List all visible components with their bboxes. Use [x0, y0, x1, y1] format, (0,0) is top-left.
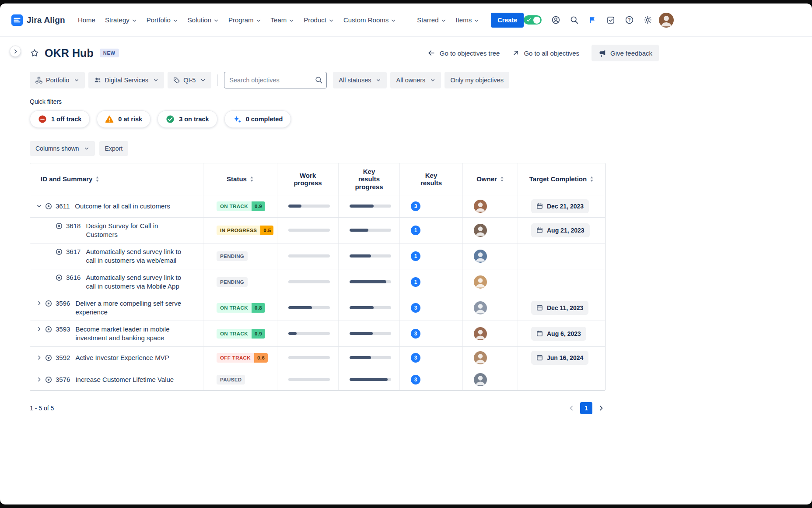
- nav-item-starred[interactable]: Starred: [412, 13, 451, 27]
- table-row[interactable]: 3617 Automatically send survey link to c…: [30, 243, 605, 269]
- target-completion-date[interactable]: Dec 11, 2023: [531, 301, 588, 315]
- row-expand-chevron[interactable]: [35, 375, 42, 384]
- status-cell: PENDING: [203, 269, 277, 295]
- objective-summary-link[interactable]: Automatically send survey link to call i…: [86, 273, 200, 291]
- objective-summary-link[interactable]: Outcome for all call in customers: [75, 202, 180, 211]
- target-completion-date[interactable]: Aug 6, 2023: [531, 327, 586, 341]
- objective-summary-link[interactable]: Deliver a more compelling self serve exp…: [75, 299, 200, 317]
- table-row[interactable]: 3596 Deliver a more compelling self serv…: [30, 295, 605, 321]
- sidebar-expand-button[interactable]: [10, 46, 21, 57]
- quick-filter-on-track[interactable]: 3 on track: [158, 110, 217, 128]
- column-header-id-summary[interactable]: ID and Summary: [30, 163, 203, 195]
- key-results-count-badge[interactable]: 3: [411, 303, 420, 313]
- owner-avatar[interactable]: [474, 373, 487, 386]
- key-results-cell: 1: [400, 243, 463, 269]
- quick-filter-at-risk[interactable]: 0 at risk: [97, 110, 150, 128]
- row-expand-chevron[interactable]: [35, 353, 42, 362]
- table-row[interactable]: 3592 Active Investor Experience MVP OFF …: [30, 347, 605, 369]
- favorite-star-icon[interactable]: [30, 48, 39, 58]
- portfolio-filter-dropdown[interactable]: Portfolio: [30, 72, 85, 88]
- owner-avatar[interactable]: [474, 275, 487, 289]
- nav-item-home[interactable]: Home: [73, 13, 100, 27]
- key-results-count-badge[interactable]: 1: [411, 277, 420, 287]
- status-toggle[interactable]: [524, 15, 542, 25]
- owner-avatar[interactable]: [474, 327, 487, 340]
- objective-summary-link[interactable]: Increase Customer Lifetime Value: [75, 375, 183, 384]
- column-header-owner[interactable]: Owner: [463, 163, 518, 195]
- table-row[interactable]: 3618 Design Survey for Call in Customers…: [30, 218, 605, 243]
- columns-shown-dropdown[interactable]: Columns shown: [30, 141, 95, 156]
- objective-target-icon: [45, 202, 52, 211]
- quick-filter-off-track[interactable]: 1 off track: [30, 110, 90, 128]
- nav-item-program[interactable]: Program: [224, 13, 266, 27]
- nav-item-custom-rooms[interactable]: Custom Rooms: [339, 13, 401, 27]
- owner-avatar[interactable]: [474, 224, 487, 237]
- table-row[interactable]: 3611 Outcome for all call in customers O…: [30, 195, 605, 218]
- quick-filters-label: Quick filters: [30, 98, 659, 105]
- create-button[interactable]: Create: [491, 13, 524, 28]
- key-results-count-badge[interactable]: 1: [411, 226, 420, 235]
- chevron-down-icon: [430, 78, 435, 83]
- quick-filter-completed[interactable]: 0 completed: [224, 110, 291, 128]
- nav-item-solution[interactable]: Solution: [183, 13, 224, 27]
- nav-item-portfolio[interactable]: Portfolio: [142, 13, 183, 27]
- key-results-count-badge[interactable]: 3: [411, 375, 420, 385]
- target-completion-date[interactable]: Dec 21, 2023: [531, 199, 589, 213]
- row-expand-chevron[interactable]: [35, 299, 42, 308]
- search-objectives-input[interactable]: [224, 72, 327, 88]
- owner-avatar[interactable]: [474, 250, 487, 263]
- key-results-count-badge[interactable]: 3: [411, 329, 420, 339]
- owner-avatar[interactable]: [474, 301, 487, 314]
- row-expand-chevron[interactable]: [35, 202, 42, 211]
- previous-page-button[interactable]: [567, 404, 576, 413]
- tasks-button[interactable]: [604, 13, 618, 27]
- only-my-objectives-button[interactable]: Only my objectives: [444, 72, 509, 88]
- target-completion-date[interactable]: Aug 21, 2023: [531, 223, 590, 237]
- page-1-button[interactable]: 1: [580, 402, 592, 414]
- give-feedback-button[interactable]: Give feedback: [592, 45, 659, 61]
- table-row[interactable]: 3616 Automatically send survey link to c…: [30, 269, 605, 295]
- account-button[interactable]: [549, 13, 563, 27]
- next-page-button[interactable]: [597, 404, 606, 413]
- settings-button[interactable]: [640, 13, 654, 27]
- column-header-target-completion[interactable]: Target Completion: [518, 163, 605, 195]
- user-avatar[interactable]: [659, 13, 674, 28]
- table-row[interactable]: 3576 Increase Customer Lifetime Value PA…: [30, 369, 605, 390]
- program-filter-dropdown[interactable]: Digital Services: [88, 72, 164, 88]
- kr-progress-bar: [350, 356, 391, 359]
- nav-item-team[interactable]: Team: [266, 13, 299, 27]
- key-results-count-badge[interactable]: 1: [411, 251, 420, 261]
- status-filter-dropdown[interactable]: All statuses: [333, 72, 387, 88]
- key-results-count-badge[interactable]: 3: [411, 353, 420, 363]
- nav-item-strategy[interactable]: Strategy: [100, 13, 142, 27]
- person-silhouette-icon: [474, 327, 487, 340]
- id-summary-cell: 3617 Automatically send survey link to c…: [30, 243, 203, 269]
- status-label: ON TRACK: [217, 201, 252, 211]
- row-expand-chevron[interactable]: [35, 325, 42, 334]
- go-to-objectives-tree-link[interactable]: Go to objectives tree: [427, 49, 500, 57]
- owner-filter-dropdown[interactable]: All owners: [390, 72, 441, 88]
- objective-summary-link[interactable]: Active Investor Experience MVP: [75, 353, 178, 362]
- sort-icon: [590, 176, 594, 182]
- global-search-button[interactable]: [567, 13, 581, 27]
- key-results-count-badge[interactable]: 3: [411, 201, 420, 211]
- help-button[interactable]: ?: [622, 13, 636, 27]
- owner-avatar[interactable]: [474, 351, 487, 364]
- key-results-cell: 3: [400, 369, 463, 390]
- arrow-left-icon: [427, 49, 436, 57]
- column-header-status[interactable]: Status: [203, 163, 277, 195]
- interval-filter-dropdown[interactable]: QI-5: [168, 72, 211, 88]
- owner-avatar[interactable]: [474, 200, 487, 213]
- nav-item-product[interactable]: Product: [299, 13, 339, 27]
- jira-align-logo[interactable]: Jira Align: [11, 14, 65, 26]
- export-button[interactable]: Export: [99, 141, 128, 156]
- objective-summary-link[interactable]: Become market leader in mobile investmen…: [75, 325, 200, 342]
- work-progress-fill: [288, 306, 312, 309]
- nav-item-items[interactable]: Items: [451, 13, 484, 27]
- go-to-all-objectives-link[interactable]: Go to all objectives: [512, 49, 579, 57]
- objective-summary-link[interactable]: Design Survey for Call in Customers: [86, 222, 200, 239]
- target-completion-date[interactable]: Jun 16, 2024: [531, 351, 588, 365]
- table-row[interactable]: 3593 Become market leader in mobile inve…: [30, 321, 605, 347]
- objective-summary-link[interactable]: Automatically send survey link to call i…: [86, 247, 200, 265]
- announcements-button[interactable]: [585, 13, 599, 27]
